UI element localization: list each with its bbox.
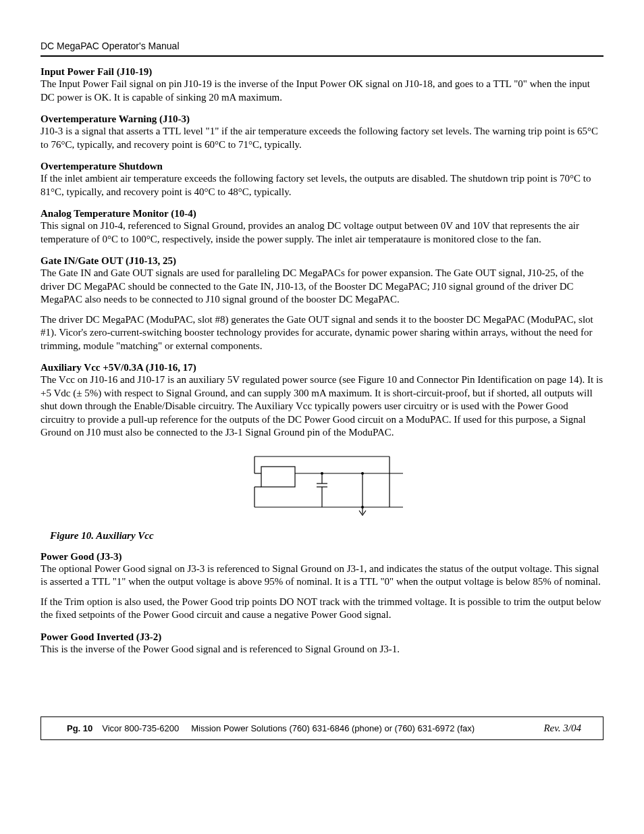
heading-gate-in-out: Gate IN/Gate OUT (J10-13, 25) xyxy=(41,255,603,267)
heading-overtemp-shutdown: Overtemperature Shutdown xyxy=(41,161,603,172)
figure-aux-vcc xyxy=(41,453,603,523)
circuit-diagram-icon xyxy=(234,453,410,521)
body-input-power-fail: The Input Power Fail signal on pin J10-1… xyxy=(41,78,603,104)
heading-power-good: Power Good (J3-3) xyxy=(41,551,603,563)
manual-title: DC MegaPAC Operator's Manual xyxy=(41,41,603,51)
body-power-good-1: The optional Power Good signal on J3-3 i… xyxy=(41,563,603,589)
heading-analog-temp-monitor: Analog Temperature Monitor (10-4) xyxy=(41,208,603,219)
footer-mission: Mission Power Solutions (760) 631-6846 (… xyxy=(191,723,543,733)
header-rule xyxy=(41,55,603,57)
heading-aux-vcc: Auxiliary Vcc +5V/0.3A (J10-16, 17) xyxy=(41,362,603,373)
body-power-good-inverted: This is the inverse of the Power Good si… xyxy=(41,643,603,656)
page-number: Pg. 10 xyxy=(67,723,92,733)
footer: Pg. 10 Vicor 800-735-6200 Mission Power … xyxy=(41,716,603,740)
svg-point-10 xyxy=(321,472,323,475)
footer-revision: Rev. 3/04 xyxy=(543,723,581,734)
body-overtemp-shutdown: If the inlet ambient air temperature exc… xyxy=(41,172,603,199)
body-overtemp-warning: J10-3 is a signal that asserts a TTL lev… xyxy=(41,125,603,151)
heading-power-good-inverted: Power Good Inverted (J3-2) xyxy=(41,631,603,643)
body-gate-in-out-2: The driver DC MegaPAC (ModuPAC, slot #8)… xyxy=(41,313,603,353)
body-aux-vcc: The Vcc on J10-16 and J10-17 is an auxil… xyxy=(41,373,603,440)
heading-input-power-fail: Input Power Fail (J10-19) xyxy=(41,66,603,78)
footer-vicor: Vicor 800-735-6200 xyxy=(102,723,179,733)
body-power-good-2: If the Trim option is also used, the Pow… xyxy=(41,596,603,622)
svg-point-15 xyxy=(361,472,364,475)
body-analog-temp-monitor: This signal on J10-4, referenced to Sign… xyxy=(41,219,603,246)
body-gate-in-out-1: The Gate IN and Gate OUT signals are use… xyxy=(41,267,603,307)
figure-caption: Figure 10. Auxiliary Vcc xyxy=(50,530,603,542)
svg-point-16 xyxy=(361,506,364,509)
heading-overtemp-warning: Overtemperature Warning (J10-3) xyxy=(41,113,603,125)
svg-rect-3 xyxy=(261,467,295,487)
